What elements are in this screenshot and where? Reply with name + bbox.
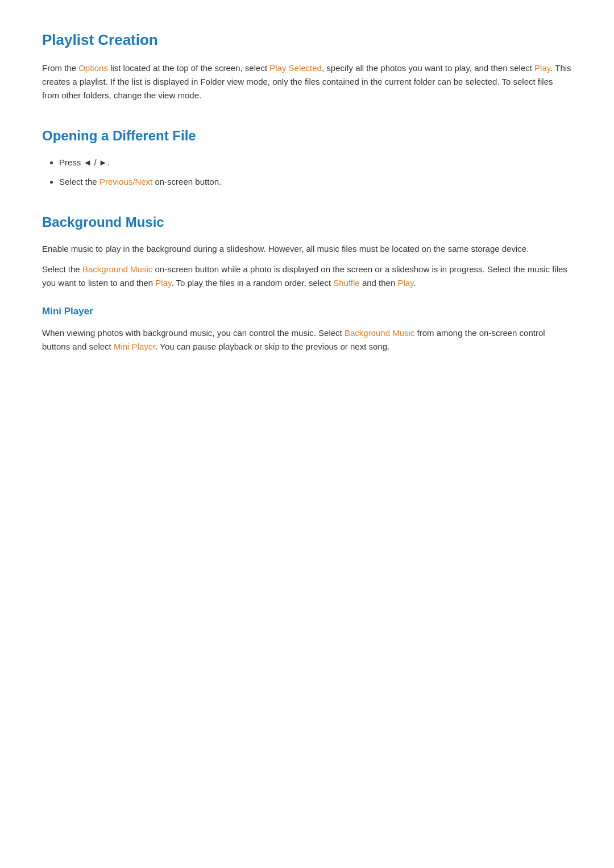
- mini-player-link[interactable]: Mini Player: [114, 342, 155, 351]
- bg-text-5: .: [414, 278, 416, 288]
- mini-player-heading: Mini Player: [42, 304, 572, 319]
- shuffle-link[interactable]: Shuffle: [333, 278, 359, 288]
- mini-text-1: When viewing photos with background musi…: [42, 328, 345, 338]
- background-music-paragraph2: Select the Background Music on-screen bu…: [42, 263, 572, 290]
- opening-different-file-list: Press ◄ / ►. Select the Previous/Next on…: [59, 156, 572, 189]
- text-from: From the: [42, 63, 78, 73]
- list-item-previous-next: Select the Previous/Next on-screen butto…: [59, 175, 572, 189]
- background-music-heading: Background Music: [42, 211, 572, 233]
- bg-text-3: . To play the files in a random order, s…: [171, 278, 333, 288]
- previous-next-link[interactable]: Previous/Next: [99, 177, 152, 186]
- play-selected-link[interactable]: Play Selected: [269, 63, 322, 73]
- press-text: Press: [59, 157, 84, 167]
- on-screen-text: on-screen button.: [152, 177, 221, 186]
- select-text: Select the: [59, 177, 99, 186]
- background-music-link-1[interactable]: Background Music: [82, 264, 152, 274]
- text-after-options: list located at the top of the screen, s…: [108, 63, 269, 73]
- play-link-1[interactable]: Play: [534, 63, 550, 73]
- bg-text-4: and then: [360, 278, 398, 288]
- playlist-creation-section: Playlist Creation From the Options list …: [42, 28, 572, 102]
- text-after-play-selected: , specify all the photos you want to pla…: [322, 63, 534, 73]
- play-link-3[interactable]: Play: [397, 278, 413, 288]
- background-music-link-2[interactable]: Background Music: [345, 328, 414, 338]
- mini-text-3: . You can pause playback or skip to the …: [155, 342, 389, 351]
- mini-player-section: Mini Player When viewing photos with bac…: [42, 304, 572, 353]
- opening-different-file-section: Opening a Different File Press ◄ / ►. Se…: [42, 125, 572, 189]
- bg-text-1: Select the: [42, 264, 82, 274]
- playlist-creation-heading: Playlist Creation: [42, 28, 572, 52]
- arrows-symbol: ◄ / ►: [84, 157, 107, 167]
- options-link[interactable]: Options: [78, 63, 108, 73]
- period-1: .: [107, 157, 110, 167]
- list-item-arrows: Press ◄ / ►.: [59, 156, 572, 169]
- playlist-creation-paragraph: From the Options list located at the top…: [42, 61, 572, 102]
- mini-player-paragraph: When viewing photos with background musi…: [42, 326, 572, 354]
- background-music-section: Background Music Enable music to play in…: [42, 211, 572, 354]
- play-link-2[interactable]: Play: [155, 278, 171, 288]
- background-music-paragraph1: Enable music to play in the background d…: [42, 242, 572, 256]
- opening-different-file-heading: Opening a Different File: [42, 125, 572, 147]
